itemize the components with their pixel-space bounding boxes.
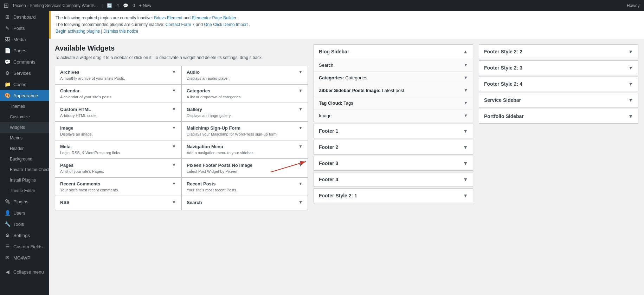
notice-line1-prefix: The following required plugins are curre… bbox=[56, 15, 154, 20]
widget-item-pixeen-footer[interactable]: Pixeen Footer Posts No Image ▼ Latest Po… bbox=[181, 159, 308, 177]
comments-count: 0 bbox=[133, 3, 135, 8]
widget-item-recent-posts[interactable]: Recent Posts ▼ Your site's most recent P… bbox=[181, 177, 308, 196]
widget-item-archives[interactable]: Archives ▼ A monthly archive of your sit… bbox=[55, 66, 181, 84]
widget-item-meta[interactable]: Meta ▼ Login, RSS, & WordPress.org links… bbox=[55, 140, 181, 159]
dismiss-link[interactable]: Dismiss this notice bbox=[103, 29, 138, 34]
sidebar-item-label: Services bbox=[13, 71, 31, 76]
sidebar-item-customize[interactable]: Customize bbox=[0, 112, 49, 122]
sidebar-item-plugins[interactable]: 🔌 Plugins bbox=[0, 196, 49, 207]
sidebar-item-users[interactable]: 👤 Users bbox=[0, 207, 49, 218]
sidebar-widget-search[interactable]: Search ▼ bbox=[314, 59, 473, 72]
contact-form-link[interactable]: Contact Form 7 bbox=[166, 22, 195, 27]
sidebar-widget-tag-cloud[interactable]: Tag Cloud: Tags ▼ bbox=[314, 97, 473, 110]
footer3-header[interactable]: Footer 3 ▼ bbox=[314, 156, 473, 170]
sidebar-item-tools[interactable]: 🔧 Tools bbox=[0, 218, 49, 230]
sidebar-item-widgets[interactable]: Widgets bbox=[0, 122, 49, 133]
widget-title: Calendar bbox=[60, 88, 80, 93]
comments-icon[interactable]: 💬 bbox=[123, 3, 128, 8]
sidebar-item-label: Cases bbox=[13, 82, 26, 87]
footer-style2-3-title: Footer Style 2: 3 bbox=[484, 65, 522, 71]
widget-item-search[interactable]: Search ▼ bbox=[181, 196, 308, 210]
sidebar-item-background[interactable]: Background bbox=[0, 154, 49, 164]
sidebar-item-envato[interactable]: Envato Theme Check bbox=[0, 164, 49, 175]
sidebar-item-themes[interactable]: Themes bbox=[0, 101, 49, 112]
portfolio-sidebar-arrow: ▼ bbox=[628, 113, 633, 119]
elementor-link[interactable]: Elementor Page Builder bbox=[192, 15, 237, 20]
comments-icon: 💬 bbox=[4, 59, 11, 65]
footer-style2-2-title: Footer Style 2: 2 bbox=[484, 49, 522, 54]
footer-style2-3-header[interactable]: Footer Style 2: 3 ▼ bbox=[479, 61, 638, 75]
footer-style-col: Footer Style 2: 2 ▼ Footer Style 2: 3 ▼ … bbox=[479, 44, 638, 124]
widget-item-gallery[interactable]: Gallery ▼ Displays an image gallery. bbox=[181, 103, 308, 122]
widget-item-categories[interactable]: Categories ▼ A list or dropdown of categ… bbox=[181, 84, 308, 103]
widget-expand-icon: ▼ bbox=[298, 125, 303, 130]
notice-and2: and bbox=[196, 22, 204, 27]
sidebar-item-services[interactable]: ⚙ Services bbox=[0, 67, 49, 79]
sidebar-item-dashboard[interactable]: ⊞ Dashboard bbox=[0, 11, 49, 22]
widget-expand-icon: ▼ bbox=[298, 88, 303, 93]
sidebar-item-cases[interactable]: 📁 Cases bbox=[0, 79, 49, 90]
updates-icon[interactable]: 🔄 bbox=[107, 3, 112, 8]
footer1-header[interactable]: Footer 1 ▼ bbox=[314, 124, 473, 138]
widget-item-custom-html[interactable]: Custom HTML ▼ Arbitrary HTML code. bbox=[55, 103, 181, 122]
widget-item-image[interactable]: Image ▼ Displays an image. bbox=[55, 122, 181, 140]
footer-style2-2-header[interactable]: Footer Style 2: 2 ▼ bbox=[479, 45, 638, 59]
admin-sidebar: ⊞ Dashboard ✎ Posts 🖼 Media 📄 Pages 💬 Co… bbox=[0, 11, 49, 295]
sidebars-panel: Blog Sidebar ▲ Search ▼ Categories: Cate… bbox=[314, 44, 638, 203]
widget-item-pages[interactable]: Pages ▼ A list of your site's Pages. bbox=[55, 159, 181, 177]
widget-expand-icon: ▼ bbox=[172, 200, 176, 205]
footer4-title: Footer 4 bbox=[319, 177, 338, 182]
footer-style2-4-header[interactable]: Footer Style 2: 4 ▼ bbox=[479, 77, 638, 91]
begin-activating-link[interactable]: Begin activating plugins bbox=[56, 29, 100, 34]
widget-item-calendar[interactable]: Calendar ▼ A calendar of your site's pos… bbox=[55, 84, 181, 103]
site-name[interactable]: Pixeen - Printing Services Company WordP… bbox=[13, 3, 97, 8]
widget-title: Gallery bbox=[187, 107, 202, 112]
sidebar-item-custom-fields[interactable]: ☰ Custom Fields bbox=[0, 241, 49, 252]
widget-name: Categories: Categories bbox=[319, 75, 367, 80]
service-sidebar-header[interactable]: Service Sidebar ▼ bbox=[479, 93, 638, 107]
sidebar-item-menus[interactable]: Menus bbox=[0, 133, 49, 143]
widget-desc: Displays an image. bbox=[60, 132, 176, 136]
widget-title: Pages bbox=[60, 163, 73, 168]
widget-title: Navigation Menu bbox=[187, 144, 223, 149]
sidebar-item-label: Settings bbox=[13, 233, 30, 238]
blog-sidebar-header[interactable]: Blog Sidebar ▲ bbox=[314, 45, 473, 59]
widget-title: RSS bbox=[60, 200, 70, 205]
sidebar-item-mc4wp[interactable]: ✉ MC4WP bbox=[0, 252, 49, 263]
sidebar-item-label: Appearance bbox=[13, 93, 38, 98]
sidebar-item-settings[interactable]: ⚙ Settings bbox=[0, 230, 49, 241]
footer-style2-1-header[interactable]: Footer Style 2: 1 ▼ bbox=[314, 189, 473, 203]
footer2-header[interactable]: Footer 2 ▼ bbox=[314, 140, 473, 154]
sidebar-item-collapse[interactable]: ◀ Collapse menu bbox=[0, 266, 49, 277]
sidebar-item-pages[interactable]: 📄 Pages bbox=[0, 45, 49, 56]
widget-item-rss[interactable]: RSS ▼ bbox=[55, 196, 181, 210]
widget-expand-icon: ▼ bbox=[298, 181, 303, 186]
widget-item-recent-comments[interactable]: Recent Comments ▼ Your site's most recen… bbox=[55, 177, 181, 196]
sidebar-item-media[interactable]: 🖼 Media bbox=[0, 34, 49, 45]
sidebar-item-theme-editor[interactable]: Theme Editor bbox=[0, 185, 49, 196]
widget-title: Pixeen Footer Posts No Image bbox=[187, 163, 252, 168]
one-click-link[interactable]: One Click Demo Import bbox=[204, 22, 248, 27]
services-icon: ⚙ bbox=[4, 70, 11, 76]
widget-item-mailchimp[interactable]: Mailchimp Sign-Up Form ▼ Displays your M… bbox=[181, 122, 308, 140]
dashboard-icon: ⊞ bbox=[4, 14, 11, 20]
sidebar-item-appearance[interactable]: 🎨 Appearance bbox=[0, 90, 49, 101]
widget-item-audio[interactable]: Audio ▼ Displays an audio player. bbox=[181, 66, 308, 84]
sidebar-widget-zibber[interactable]: Zibber Sidebar Posts Image: Latest post … bbox=[314, 84, 473, 97]
sidebar-item-posts[interactable]: ✎ Posts bbox=[0, 22, 49, 34]
new-button[interactable]: + New bbox=[139, 3, 151, 8]
header-label: Header bbox=[10, 146, 24, 151]
widget-expand-icon: ▼ bbox=[298, 144, 303, 149]
sidebar-widget-categories[interactable]: Categories: Categories ▼ bbox=[314, 72, 473, 84]
widget-item-navigation-menu[interactable]: Navigation Menu ▼ Add a navigation menu … bbox=[181, 140, 308, 159]
footer4-header[interactable]: Footer 4 ▼ bbox=[314, 172, 473, 186]
bdevs-link[interactable]: Bdevs Element bbox=[154, 15, 182, 20]
widget-expand-icon: ▼ bbox=[464, 75, 468, 80]
mc4wp-icon: ✉ bbox=[4, 255, 11, 261]
sidebar-item-header[interactable]: Header bbox=[0, 143, 49, 154]
sidebar-item-comments[interactable]: 💬 Comments bbox=[0, 56, 49, 67]
portfolio-sidebar-header[interactable]: Portfolio Sidebar ▼ bbox=[479, 109, 638, 123]
sidebar-widget-image[interactable]: Image ▼ bbox=[314, 110, 473, 122]
sidebar-item-install-plugins[interactable]: Install Plugins bbox=[0, 175, 49, 185]
widget-desc: A list of your site's Pages. bbox=[60, 169, 176, 173]
